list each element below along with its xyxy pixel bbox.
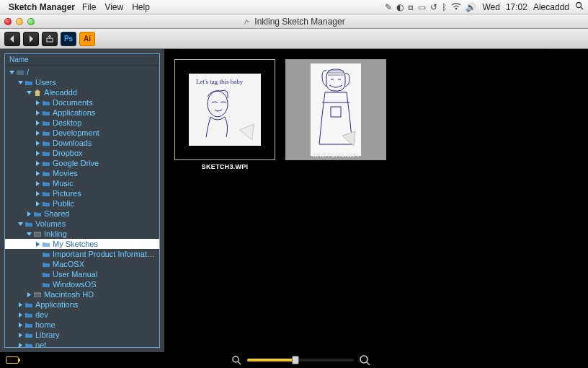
folder-icon: [41, 170, 51, 176]
tree-movies[interactable]: Movies: [5, 168, 159, 178]
window-titlebar: Inkling Sketch Manager: [0, 14, 588, 29]
svg-marker-31: [19, 333, 22, 338]
tree-macosx[interactable]: MacOSX: [5, 259, 159, 269]
thumbnail-caption: SKETCH4.WPI: [285, 152, 386, 159]
export-button[interactable]: [42, 32, 58, 46]
zoom-slider[interactable]: [246, 358, 355, 362]
tree-label: Library: [35, 330, 156, 339]
slider-handle[interactable]: [292, 356, 299, 364]
tree-pictures[interactable]: Pictures: [5, 188, 159, 198]
tree-net[interactable]: net: [5, 340, 159, 348]
menubar-day[interactable]: Wed: [482, 2, 499, 12]
menu-help[interactable]: Help: [132, 2, 150, 12]
menubar-app-name[interactable]: Sketch Manager: [9, 2, 75, 12]
tree-windowsos[interactable]: WindowsOS: [5, 279, 159, 289]
tree-label: User Manual: [53, 270, 156, 279]
drive-icon: [15, 69, 25, 75]
svg-point-40: [233, 356, 239, 362]
sketch-thumbnail[interactable]: SKETCH4.WPI: [285, 59, 386, 160]
tree-important-product-info[interactable]: Important Product Information: [5, 249, 159, 259]
tree-label: Volumes: [35, 219, 156, 228]
svg-marker-6: [9, 71, 14, 74]
tree-label: Documents: [53, 98, 156, 107]
disclosure-right-icon: [35, 141, 40, 146]
tree-user-manual[interactable]: User Manual: [5, 269, 159, 279]
traffic-lights: [4, 18, 35, 25]
tree-dev[interactable]: dev: [5, 310, 159, 320]
tree-development[interactable]: Development: [5, 128, 159, 138]
svg-marker-4: [30, 35, 33, 43]
menu-view[interactable]: View: [104, 2, 123, 12]
display-status-icon[interactable]: ▭: [418, 2, 426, 12]
thumbnail-grid: Let's tag this baby SKETCH3.WPI: [164, 49, 588, 352]
tree-home[interactable]: home: [5, 320, 159, 330]
sketch-thumbnail[interactable]: Let's tag this baby SKETCH3.WPI: [174, 59, 275, 170]
tree-music[interactable]: Music: [5, 178, 159, 188]
bluetooth-status-icon[interactable]: ᛒ: [442, 2, 447, 12]
menubar-user[interactable]: Alecaddd: [533, 2, 569, 12]
wifi-status-icon[interactable]: [451, 2, 461, 12]
menu-file[interactable]: File: [82, 2, 96, 12]
svg-line-41: [238, 362, 241, 364]
svg-line-2: [581, 7, 583, 9]
tree-macintosh-hd[interactable]: Macintosh HD: [5, 289, 159, 299]
spotlight-icon[interactable]: [575, 1, 584, 12]
tree-root[interactable]: /: [5, 67, 159, 77]
tree-documents[interactable]: Documents: [5, 97, 159, 108]
back-button[interactable]: [4, 32, 20, 46]
svg-marker-26: [27, 292, 31, 297]
menubar-time[interactable]: 17:02: [506, 2, 527, 12]
tree-label: home: [35, 320, 156, 329]
folder-icon: [41, 281, 51, 287]
tree-library[interactable]: Library: [5, 330, 159, 340]
svg-marker-14: [36, 141, 40, 146]
tree-alecaddd[interactable]: Alecaddd: [5, 87, 159, 97]
svg-marker-15: [36, 151, 40, 156]
sidebar-header-name[interactable]: Name: [5, 54, 159, 66]
thumbnail-frame: SKETCH4.WPI: [285, 59, 386, 160]
svg-point-35: [208, 91, 228, 117]
photoshop-label: Ps: [64, 35, 73, 43]
svg-rect-7: [17, 71, 24, 75]
tree-label: Important Product Information: [53, 250, 156, 258]
tree-volumes[interactable]: Volumes: [5, 219, 159, 229]
tree-inkling[interactable]: Inkling: [5, 229, 159, 239]
forward-button[interactable]: [23, 32, 39, 46]
zoom-in-button[interactable]: [359, 354, 370, 366]
tree-google-drive[interactable]: Google Drive: [5, 158, 159, 168]
sync-status-icon[interactable]: ↺: [430, 2, 437, 12]
tree-downloads[interactable]: Downloads: [5, 138, 159, 148]
window-title-text: Inkling Sketch Manager: [254, 17, 344, 27]
tree-label: MacOSX: [53, 260, 156, 268]
close-window-button[interactable]: [4, 18, 12, 25]
thumbnail-frame: Let's tag this baby: [174, 59, 275, 160]
dropbox-status-icon[interactable]: ⧈: [408, 2, 414, 12]
wacom-status-icon[interactable]: ✎: [385, 2, 392, 12]
svg-marker-19: [36, 191, 40, 196]
tree-applications-user[interactable]: Applications: [5, 108, 159, 118]
tree-dropbox[interactable]: Dropbox: [5, 148, 159, 158]
zoom-out-button[interactable]: [231, 354, 242, 366]
volume-icon: [32, 231, 43, 237]
tree-public[interactable]: Public: [5, 198, 159, 209]
disclosure-right-icon: [27, 292, 32, 297]
sketch-script-text: Let's tag this baby: [196, 78, 244, 85]
tree-applications[interactable]: Applications: [5, 299, 159, 310]
export-illustrator-button[interactable]: Ai: [79, 32, 95, 46]
volume-status-icon[interactable]: 🔊: [466, 2, 476, 12]
disclosure-right-icon: [35, 181, 40, 186]
disclosure-right-icon: [35, 131, 40, 136]
minimize-window-button[interactable]: [16, 18, 23, 25]
export-photoshop-button[interactable]: Ps: [61, 32, 76, 46]
folder-icon: [41, 150, 51, 156]
zoom-window-button[interactable]: [27, 18, 35, 25]
svg-marker-18: [36, 181, 40, 186]
disclosure-right-icon: [18, 343, 23, 348]
tree-label: Alecaddd: [44, 88, 156, 97]
tree-my-sketches[interactable]: My Sketches: [5, 239, 159, 249]
svg-marker-22: [18, 222, 23, 226]
notification-status-icon[interactable]: ◐: [396, 2, 404, 12]
tree-users[interactable]: Users: [5, 77, 159, 87]
tree-shared[interactable]: Shared: [5, 209, 159, 219]
tree-desktop[interactable]: Desktop: [5, 118, 159, 128]
